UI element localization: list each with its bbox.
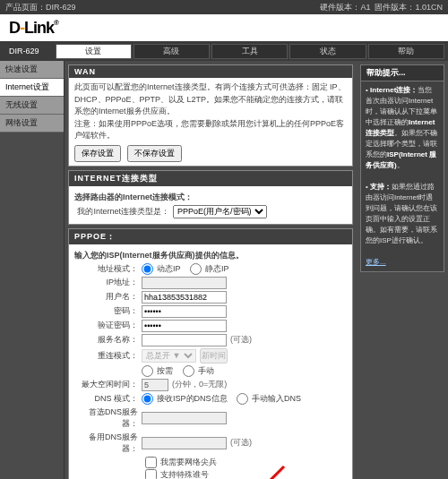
newtime-button: 新时间 [200, 348, 228, 364]
tab-advanced[interactable]: 高级 [134, 44, 210, 59]
ip-input [142, 277, 227, 289]
brand-bar: D-Link® [0, 14, 448, 41]
center-panel: WAN 此页面可以配置您的Internet连接类型。有两个连接方式可供选择：固定… [65, 61, 357, 479]
help-sidebar: 帮助提示... • Internet连接：当您首次由器访问Internet时，请… [357, 61, 448, 479]
ck-special[interactable] [145, 469, 157, 480]
idle-input [142, 379, 168, 391]
tab-status[interactable]: 状态 [289, 44, 366, 59]
itype-select[interactable]: PPPoE(用户名/密码) [173, 205, 267, 218]
username-input[interactable] [142, 291, 227, 304]
model-label: DIR-629 [4, 47, 54, 56]
nav-internet[interactable]: Internet设置 [0, 79, 64, 97]
pppoe-title: PPPOE： [69, 229, 352, 244]
dns1-input [142, 412, 227, 424]
password2-input[interactable] [142, 320, 227, 332]
itype-title: INTERNET连接类型 [69, 171, 352, 186]
left-nav: 快速设置 Internet设置 无线设置 网络设置 [0, 61, 65, 479]
reconnect-manual-radio[interactable] [183, 365, 194, 377]
tips-body: • Internet连接：当您首次由器访问Internet时，请确认从下拉菜单中… [366, 85, 439, 246]
service-input[interactable] [142, 334, 227, 346]
itype-sub: 选择路由器的Internet连接模式： [74, 192, 347, 203]
addr-dynamic-radio[interactable] [142, 263, 153, 275]
tips-title: 帮助提示... [360, 64, 444, 81]
more-link[interactable]: 更多... [366, 258, 386, 266]
dns-manual-radio[interactable] [237, 393, 248, 405]
wan-title: WAN [69, 65, 352, 78]
save-button[interactable]: 保存设置 [74, 145, 121, 162]
nav-quick[interactable]: 快速设置 [0, 61, 64, 79]
dns2-input [142, 437, 227, 449]
tab-help[interactable]: 帮助 [368, 44, 444, 59]
ck-netsentry[interactable] [145, 457, 157, 468]
pppoe-sub: 输入您的ISP(Internet服务供应商)提供的信息。 [74, 250, 347, 261]
brand-logo: D-Link® [9, 19, 58, 38]
dns-isp-radio[interactable] [142, 393, 153, 405]
itype-label: 我的Internet连接类型是： [74, 206, 173, 218]
wan-intro-2: 注意：如果使用PPPoE选项，您需要删除或禁用您计算机上的任何PPPoE客户端软… [74, 118, 347, 142]
addr-static-radio[interactable] [190, 263, 202, 275]
tab-setup[interactable]: 设置 [56, 44, 132, 59]
tab-tools[interactable]: 工具 [211, 44, 288, 59]
reconnect-select: 总是开 ▼ [142, 349, 196, 363]
main-tabs: DIR-629 设置 高级 工具 状态 帮助 [0, 41, 448, 61]
wan-intro-1: 此页面可以配置您的Internet连接类型。有两个连接方式可供选择：固定 IP、… [74, 81, 347, 118]
nav-wireless[interactable]: 无线设置 [0, 97, 64, 115]
dont-save-button[interactable]: 不保存设置 [127, 145, 182, 162]
top-info-bar: 产品页面：DIR-629 硬件版本：A1 固件版本：1.01CN [0, 0, 448, 14]
password-input[interactable] [142, 305, 227, 318]
nav-network[interactable]: 网络设置 [0, 115, 64, 133]
reconnect-demand-radio[interactable] [142, 365, 153, 377]
